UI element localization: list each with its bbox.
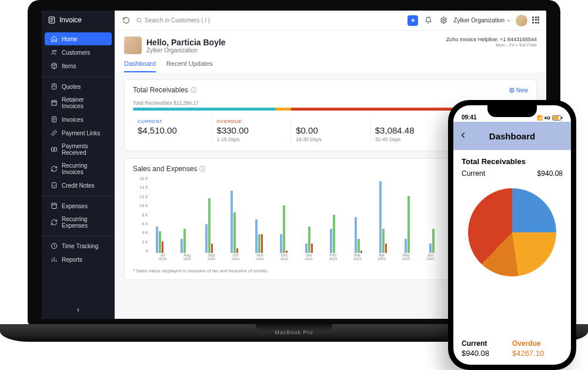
svg-point-2	[55, 50, 56, 52]
chart-month-col	[175, 176, 193, 253]
sidebar-item-label: Time Tracking	[62, 243, 98, 249]
phone-bottom-current: Current $940.08	[462, 339, 512, 358]
phone-signal: 📶 4G	[537, 115, 550, 121]
sidebar-item-expenses[interactable]: Expenses	[45, 199, 112, 212]
chart-bar-expenses	[236, 248, 238, 253]
chevron-left-icon	[459, 131, 467, 139]
sidebar-item-label: Credit Notes	[62, 182, 95, 189]
time-icon	[51, 242, 58, 249]
receivables-title: Total Receivables	[133, 86, 188, 94]
phone-bottom-overdue: Overdue $4267.10	[512, 339, 563, 358]
tab-recent-updates[interactable]: Recent Updates	[166, 60, 213, 72]
settings-button[interactable]	[438, 15, 449, 26]
phone-current-value: $940.08	[537, 169, 563, 178]
sidebar-item-invoices[interactable]: Invoices	[45, 113, 112, 126]
chart-month-col	[250, 176, 268, 253]
info-icon[interactable]: i	[191, 87, 196, 93]
sidebar-item-quotes[interactable]: Quotes	[45, 80, 112, 93]
payrecv-icon	[51, 146, 58, 153]
svg-rect-7	[52, 183, 56, 188]
paylinks-icon	[51, 129, 58, 136]
sidebar-item-payments-received[interactable]: Payments Received	[45, 140, 112, 159]
topbar: Search in Customers ( / ) Zylker Organiz…	[115, 11, 546, 31]
apps-button[interactable]	[532, 16, 540, 25]
chart-bar-receipts	[283, 205, 285, 253]
sidebar-item-reports[interactable]: Reports	[45, 253, 112, 266]
svg-point-10	[137, 18, 141, 22]
tab-dashboard[interactable]: Dashboard	[124, 60, 156, 72]
sales-expenses-chart: 16 K14 K12 K10 K8 K6 K4 K2 K0 Jul2022Aug…	[133, 176, 467, 265]
chart-bar-receipts	[432, 229, 435, 253]
sidebar-item-recurring-expenses[interactable]: Recurring Expenses	[45, 213, 112, 232]
phone-section-title: Total Receivables	[462, 157, 563, 166]
sidebar-collapse[interactable]	[42, 302, 115, 319]
chart-bar-sales	[305, 244, 308, 253]
chart-bar-receipts	[382, 229, 385, 253]
history-icon	[122, 16, 130, 24]
gear-icon	[440, 16, 447, 24]
sidebar-item-payment-links[interactable]: Payment Links	[45, 126, 112, 139]
chart-bar-sales	[379, 181, 382, 253]
chart-bar-receipts	[358, 239, 360, 253]
reports-icon	[51, 256, 58, 263]
chart-month-col	[225, 176, 243, 253]
sidebar-item-label: Quotes	[62, 84, 81, 90]
phone-nav: Dashboard	[453, 122, 571, 150]
brand-label: Invoice	[59, 16, 82, 24]
chart-bar-sales	[355, 217, 357, 253]
svg-point-6	[54, 149, 55, 151]
chart-bar-receipts	[258, 234, 260, 254]
chart-month-col	[325, 176, 342, 253]
receivables-stat: $3,084.4831-45 Days	[370, 116, 450, 145]
home-icon	[51, 35, 58, 42]
sales-expenses-title: Sales and Expenses	[133, 165, 197, 173]
sidebar-item-recurring-invoices[interactable]: Recurring Invoices	[45, 159, 112, 178]
chart-bar-expenses	[162, 241, 163, 253]
org-selector[interactable]: Zylker Organization	[453, 17, 511, 24]
chart-bar-sales	[230, 191, 233, 253]
org-name: Zylker Organization	[453, 17, 505, 24]
sidebar-item-label: Invoices	[62, 116, 83, 123]
avatar[interactable]	[516, 15, 527, 26]
bell-icon	[425, 16, 432, 24]
brand[interactable]: Invoice	[42, 11, 115, 29]
chevron-left-icon	[75, 307, 81, 313]
new-receivable-link[interactable]: New	[509, 87, 528, 94]
chart-bar-expenses	[385, 244, 387, 253]
helpline: Zoho Invoice Helpline: +1 8443165544 Mon…	[446, 36, 537, 48]
sidebar-item-home[interactable]: Home	[45, 32, 112, 45]
search-input[interactable]: Search in Customers ( / )	[136, 17, 210, 24]
battery-icon	[552, 115, 563, 121]
history-button[interactable]	[121, 15, 131, 26]
chart-bar-sales	[429, 244, 432, 253]
back-button[interactable]	[459, 130, 467, 142]
svg-rect-8	[52, 204, 56, 209]
notifications-button[interactable]	[423, 15, 433, 26]
chevron-down-icon	[506, 18, 511, 23]
chart-bar-sales	[181, 239, 183, 253]
sidebar-item-items[interactable]: Items	[45, 59, 112, 72]
phone-screen: 09:41 📶 4G Dashboard Total Receivables C…	[453, 105, 571, 365]
chart-bar-expenses	[261, 234, 263, 254]
sidebar-item-label: Recurring Invoices	[62, 162, 106, 175]
chart-bar-expenses	[311, 244, 313, 253]
chart-bar-sales	[405, 239, 407, 253]
info-icon[interactable]: i	[199, 166, 205, 172]
laptop-label: MacBook Pro	[275, 329, 313, 335]
sidebar-item-label: Home	[62, 36, 78, 42]
items-icon	[51, 62, 58, 69]
greeting-text: Hello, Particia Boyle	[146, 38, 226, 47]
chart-bar-receipts	[159, 231, 161, 253]
chart-month-col	[151, 176, 168, 253]
greeting-sub: Zylker Organization	[146, 47, 226, 54]
chart-bar-receipts	[233, 212, 236, 253]
invoice-logo-icon	[48, 16, 56, 24]
sidebar-item-retainer-invoices[interactable]: Retainer Invoices	[45, 94, 112, 112]
plus-icon	[410, 17, 416, 24]
chart-bar-receipts	[407, 196, 410, 254]
sidebar-item-credit-notes[interactable]: Credit Notes	[45, 179, 112, 192]
quick-add-button[interactable]	[407, 15, 418, 26]
sidebar-item-customers[interactable]: Customers	[45, 46, 112, 59]
phone-nav-title: Dashboard	[489, 131, 535, 141]
sidebar-item-time-tracking[interactable]: Time Tracking	[45, 239, 112, 252]
